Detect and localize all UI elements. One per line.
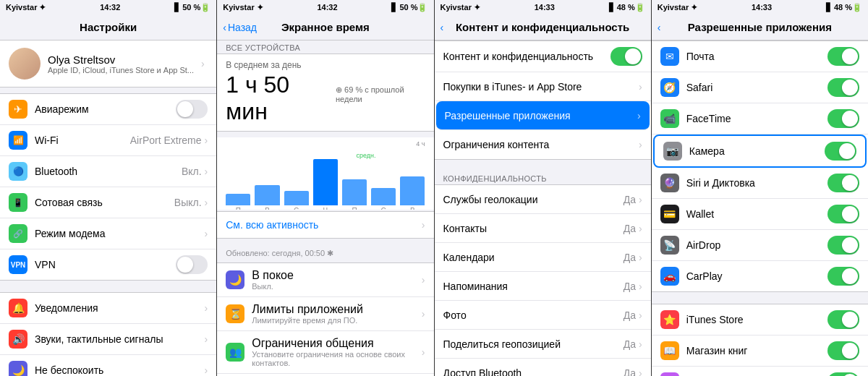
share-location-value: Да	[624, 338, 636, 350]
week-icon: ⊕	[336, 85, 342, 94]
reminders-value: Да	[624, 281, 636, 292]
cellular-value: Выкл.	[174, 197, 202, 208]
books-row[interactable]: 📖 Магазин книг	[652, 336, 868, 367]
camera-toggle[interactable]	[825, 142, 856, 161]
mail-toggle[interactable]	[827, 47, 859, 66]
aa-scroll[interactable]: ✉ Почта 🧭 Safari 📹 FaceTime 📷 Камера 🔮	[652, 40, 868, 376]
vpn-label: VPN	[35, 259, 176, 270]
bluetooth-access-row[interactable]: Доступ Bluetooth Да ›	[435, 359, 651, 376]
chart-bars	[217, 148, 433, 205]
itunes-purchases-chevron: ›	[639, 81, 642, 93]
content-restrict-row[interactable]: Ограничения контента ›	[435, 130, 651, 159]
dnd-icon: 🌙	[9, 361, 27, 376]
commrestrict-row[interactable]: 👥 Ограничения общения Установите огранич…	[217, 331, 433, 374]
location-row[interactable]: Службы геолокации Да ›	[435, 185, 651, 214]
battery-3: ▋ 48 %🔋	[609, 3, 645, 12]
share-location-label: Поделиться геопозицией	[443, 338, 624, 350]
screen-content-privacy: Kyivstar ✦ 14:33 ▋ 48 %🔋 ‹ Контент и кон…	[435, 0, 652, 376]
carplay-row[interactable]: 🚗 CarPlay	[652, 261, 868, 291]
carplay-label: CarPlay	[686, 270, 827, 282]
cellular-label: Сотовая связь	[35, 197, 174, 208]
books-toggle[interactable]	[827, 341, 859, 360]
carplay-toggle[interactable]	[827, 267, 859, 286]
podcasts-toggle[interactable]	[827, 372, 859, 376]
podcasts-row[interactable]: 🎙 Подкасты	[652, 367, 868, 376]
network-section: ✈ Авиарежим 📶 Wi-Fi AirPort Extreme › 🔵 …	[0, 93, 216, 281]
wallet-toggle[interactable]	[827, 205, 859, 223]
itunes-store-row[interactable]: ⭐ iTunes Store	[652, 304, 868, 336]
airplane-row[interactable]: ✈ Авиарежим	[0, 94, 216, 125]
screentime-scroll[interactable]: ВСЕ УСТРОЙСТВА В среднем за день 1 ч 50 …	[217, 40, 433, 376]
back-button-2[interactable]: ‹ Назад	[223, 22, 257, 33]
airplane-toggle[interactable]	[176, 100, 208, 119]
calendars-row[interactable]: Календари Да ›	[435, 243, 651, 272]
contacts-chevron: ›	[639, 223, 642, 234]
photos-row[interactable]: Фото Да ›	[435, 301, 651, 330]
cellular-icon: 📱	[9, 193, 27, 212]
vpn-toggle[interactable]	[176, 255, 208, 274]
safari-toggle[interactable]	[827, 78, 859, 97]
airdrop-icon: 📡	[660, 236, 679, 255]
activity-label: См. всю активность	[226, 219, 422, 231]
applimits-sub: Лимитируйте время для ПО.	[252, 316, 422, 325]
downtime-icon: 🌙	[226, 270, 244, 289]
back-button-3[interactable]: ‹	[441, 22, 444, 33]
wallet-label: Wallet	[686, 208, 827, 220]
commrestrict-info: Ограничения общения Установите ограничен…	[252, 337, 422, 367]
applimits-label: Лимиты приложений	[252, 303, 422, 316]
wifi-row[interactable]: 📶 Wi-Fi AirPort Extreme ›	[0, 125, 216, 156]
lbl-wed: С	[284, 207, 309, 210]
divider-1	[0, 286, 216, 292]
bar-wed	[284, 191, 309, 205]
notifications-row[interactable]: 🔔 Уведомления ›	[0, 293, 216, 324]
back-button-4[interactable]: ‹	[658, 22, 661, 33]
downtime-label: В покое	[252, 269, 422, 282]
sounds-row[interactable]: 🔊 Звуки, тактильные сигналы ›	[0, 324, 216, 355]
notifications-chevron: ›	[205, 302, 208, 314]
cp-toggle[interactable]	[610, 47, 642, 66]
update-text: Обновлено: сегодня, 00:50 ✱	[226, 249, 333, 258]
safari-icon: 🧭	[660, 78, 679, 97]
back-chevron-2: ‹	[223, 22, 226, 33]
photos-label: Фото	[443, 309, 624, 321]
podcasts-icon: 🎙	[660, 372, 679, 376]
cp-scroll[interactable]: Контент и конфиденциальность Покупки в i…	[435, 40, 651, 376]
bar-mon	[226, 194, 250, 205]
hotspot-row[interactable]: 🔗 Режим модема ›	[0, 218, 216, 249]
settings-scroll[interactable]: Olya Streltsov Apple ID, iCloud, iTunes …	[0, 40, 216, 376]
view-activity-row[interactable]: См. всю активность ›	[217, 211, 433, 239]
facetime-label: FaceTime	[686, 113, 827, 124]
battery-1: ▋ 50 %🔋	[174, 3, 210, 12]
bluetooth-row[interactable]: 🔵 Bluetooth Вкл. ›	[0, 156, 216, 187]
activity-chevron: ›	[422, 219, 425, 231]
profile-sub: Apple ID, iCloud, iTunes Store и App St.…	[48, 66, 194, 74]
airdrop-row[interactable]: 📡 AirDrop	[652, 230, 868, 261]
downtime-row[interactable]: 🌙 В покое Выкл. ›	[217, 263, 433, 297]
allowed-apps-row[interactable]: Разрешенные приложения ›	[436, 101, 650, 130]
facetime-row[interactable]: 📹 FaceTime	[652, 103, 868, 134]
itunes-purchases-row[interactable]: Покупки в iTunes- и App Store ›	[435, 72, 651, 101]
applimits-row[interactable]: ⏳ Лимиты приложений Лимитируйте время дл…	[217, 297, 433, 331]
vpn-row[interactable]: VPN VPN	[0, 249, 216, 280]
contacts-row[interactable]: Контакты Да ›	[435, 214, 651, 243]
airdrop-toggle[interactable]	[827, 236, 859, 255]
share-location-row[interactable]: Поделиться геопозицией Да ›	[435, 330, 651, 359]
cp-toggle-row[interactable]: Контент и конфиденциальность	[435, 41, 651, 72]
camera-row[interactable]: 📷 Камера	[653, 134, 867, 168]
dnd-row[interactable]: 🌙 Не беспокоить ›	[0, 355, 216, 376]
wallet-row[interactable]: 💳 Wallet	[652, 199, 868, 230]
applimits-icon: ⏳	[226, 304, 244, 323]
profile-row[interactable]: Olya Streltsov Apple ID, iCloud, iTunes …	[0, 40, 216, 87]
airplane-icon: ✈	[9, 100, 27, 119]
siri-toggle[interactable]	[827, 174, 859, 192]
mail-row[interactable]: ✉ Почта	[652, 41, 868, 72]
sounds-chevron: ›	[205, 333, 208, 345]
reminders-row[interactable]: Напоминания Да ›	[435, 272, 651, 301]
siri-row[interactable]: 🔮 Siri и Диктовка	[652, 168, 868, 199]
safari-row[interactable]: 🧭 Safari	[652, 72, 868, 103]
facetime-toggle[interactable]	[827, 109, 859, 128]
itunes-store-toggle[interactable]	[827, 310, 859, 329]
chart-labels: П В С Ч П С В	[217, 205, 433, 210]
cellular-row[interactable]: 📱 Сотовая связь Выкл. ›	[0, 187, 216, 218]
avatar	[9, 48, 41, 80]
